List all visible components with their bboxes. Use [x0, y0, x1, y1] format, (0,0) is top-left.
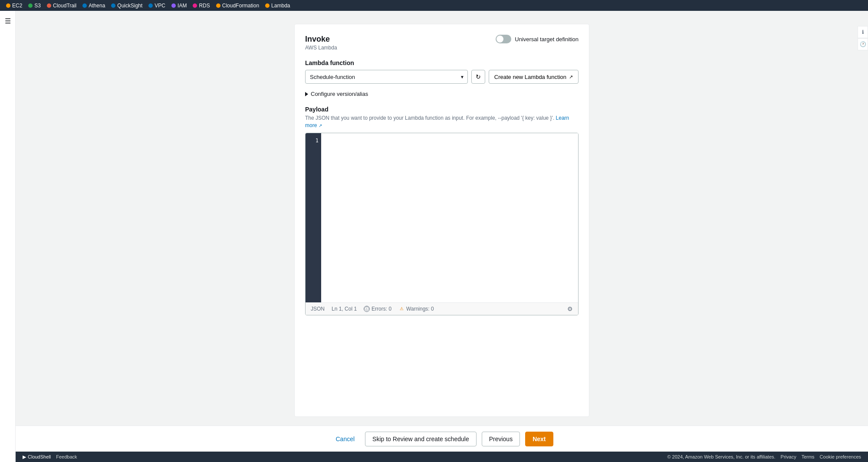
main-content: Invoke AWS Lambda Universal target defin…	[16, 11, 868, 462]
external-link-icon: ↗	[569, 74, 573, 80]
editor-position: Ln 1, Col 1	[332, 306, 357, 312]
clock-icon-button[interactable]: 🕐	[858, 38, 868, 50]
footer: ▶ CloudShell Feedback © 2024, Amazon Web…	[16, 452, 868, 462]
top-nav: EC2 S3 CloudTrail Athena QuickSight VPC …	[0, 0, 868, 11]
quicksight-icon	[111, 3, 115, 8]
s3-icon	[28, 3, 33, 8]
previous-button[interactable]: Previous	[482, 432, 520, 446]
invoke-header: Invoke AWS Lambda Universal target defin…	[305, 35, 579, 51]
nav-item-lambda[interactable]: Lambda	[263, 2, 293, 10]
content-area: Invoke AWS Lambda Universal target defin…	[16, 11, 868, 426]
right-icons: ℹ 🕐	[858, 26, 868, 50]
nav-item-iam[interactable]: IAM	[169, 2, 189, 10]
universal-target-toggle-container: Universal target definition	[496, 35, 579, 43]
nav-vpc-label: VPC	[155, 3, 165, 9]
next-button[interactable]: Next	[525, 432, 553, 446]
code-editor: 1 JSON Ln 1, Col 1 ⓘ Errors: 0	[305, 133, 579, 315]
cancel-button[interactable]: Cancel	[331, 432, 360, 446]
nav-item-cloudformation[interactable]: CloudFormation	[214, 2, 262, 10]
line-number-1: 1	[308, 137, 319, 144]
nav-item-rds[interactable]: RDS	[190, 2, 212, 10]
rds-icon	[193, 3, 197, 8]
lambda-select-wrapper: Schedule-function ▼	[305, 70, 468, 84]
universal-target-toggle[interactable]	[496, 35, 511, 43]
invoke-panel: Invoke AWS Lambda Universal target defin…	[294, 24, 589, 417]
refresh-button[interactable]: ↻	[471, 70, 485, 84]
lambda-function-select[interactable]: Schedule-function	[305, 70, 468, 84]
info-icon-button[interactable]: ℹ	[858, 26, 868, 38]
invoke-title: Invoke	[305, 35, 337, 44]
copyright-text: © 2024, Amazon Web Services, Inc. or its…	[667, 454, 775, 459]
nav-iam-label: IAM	[178, 3, 187, 9]
feedback-link[interactable]: Feedback	[56, 454, 77, 459]
ec2-icon	[6, 3, 10, 8]
lambda-function-label: Lambda function	[305, 59, 579, 66]
skip-to-review-button[interactable]: Skip to Review and create schedule	[365, 432, 477, 446]
privacy-link[interactable]: Privacy	[781, 454, 796, 459]
terms-link[interactable]: Terms	[802, 454, 815, 459]
payload-label: Payload	[305, 106, 579, 113]
nav-ec2-label: EC2	[12, 3, 22, 9]
nav-s3-label: S3	[34, 3, 41, 9]
terminal-icon: ▶	[23, 454, 26, 460]
athena-icon	[82, 3, 87, 8]
configure-version-toggle[interactable]: Configure version/alias	[305, 91, 579, 97]
gear-icon: ⚙	[567, 305, 573, 312]
iam-icon	[171, 3, 176, 8]
external-link-icon-small: ↗	[319, 123, 322, 128]
nav-cloudtrail-label: CloudTrail	[53, 3, 76, 9]
toggle-label: Universal target definition	[515, 36, 579, 43]
nav-rds-label: RDS	[199, 3, 210, 9]
editor-body: 1	[306, 133, 578, 302]
payload-editor[interactable]	[321, 133, 578, 302]
warnings-label: Warnings: 0	[406, 306, 434, 312]
nav-athena-label: Athena	[89, 3, 105, 9]
nav-item-athena[interactable]: Athena	[80, 2, 108, 10]
configure-version-label: Configure version/alias	[311, 91, 368, 97]
warnings-status: ⚠ Warnings: 0	[398, 306, 434, 312]
cloudformation-icon	[216, 3, 220, 8]
refresh-icon: ↻	[476, 73, 481, 80]
nav-item-ec2[interactable]: EC2	[3, 2, 25, 10]
warning-icon: ⚠	[398, 306, 404, 312]
create-lambda-button[interactable]: Create new Lambda function ↗	[489, 70, 579, 84]
invoke-title-group: Invoke AWS Lambda	[305, 35, 337, 51]
expand-icon	[305, 92, 308, 96]
cookie-link[interactable]: Cookie preferences	[820, 454, 861, 459]
nav-item-s3[interactable]: S3	[26, 2, 43, 10]
line-numbers: 1	[306, 133, 321, 302]
lambda-function-section: Lambda function Schedule-function ▼ ↻	[305, 59, 579, 84]
lambda-controls: Schedule-function ▼ ↻ Create new Lambda …	[305, 70, 579, 84]
error-icon: ⓘ	[364, 306, 370, 312]
nav-lambda-label: Lambda	[271, 3, 290, 9]
payload-description: The JSON that you want to provide to you…	[305, 115, 579, 129]
errors-label: Errors: 0	[372, 306, 391, 312]
lambda-icon	[265, 3, 270, 8]
nav-item-cloudtrail[interactable]: CloudTrail	[44, 2, 79, 10]
nav-quicksight-label: QuickSight	[117, 3, 142, 9]
payload-section: Payload The JSON that you want to provid…	[305, 106, 579, 315]
create-lambda-label: Create new Lambda function	[494, 74, 566, 80]
editor-json-label: JSON	[311, 306, 325, 312]
cloudtrail-icon	[47, 3, 51, 8]
cloudshell-label: CloudShell	[28, 454, 51, 459]
nav-cloudformation-label: CloudFormation	[222, 3, 259, 9]
vpc-icon	[148, 3, 153, 8]
sidebar-toggle: ☰	[0, 11, 16, 462]
bottom-action-bar: Cancel Skip to Review and create schedul…	[16, 426, 868, 452]
footer-right: © 2024, Amazon Web Services, Inc. or its…	[667, 454, 861, 459]
menu-icon[interactable]: ☰	[3, 15, 13, 27]
editor-footer-left: JSON Ln 1, Col 1 ⓘ Errors: 0 ⚠ Warnings:…	[311, 306, 434, 312]
editor-footer: JSON Ln 1, Col 1 ⓘ Errors: 0 ⚠ Warnings:…	[306, 302, 578, 315]
cloudshell-button[interactable]: ▶ CloudShell	[23, 454, 51, 460]
nav-item-quicksight[interactable]: QuickSight	[108, 2, 145, 10]
invoke-subtitle: AWS Lambda	[305, 45, 337, 51]
editor-settings[interactable]: ⚙	[567, 305, 573, 312]
nav-item-vpc[interactable]: VPC	[146, 2, 168, 10]
errors-status: ⓘ Errors: 0	[364, 306, 391, 312]
footer-left: ▶ CloudShell Feedback	[23, 454, 77, 460]
